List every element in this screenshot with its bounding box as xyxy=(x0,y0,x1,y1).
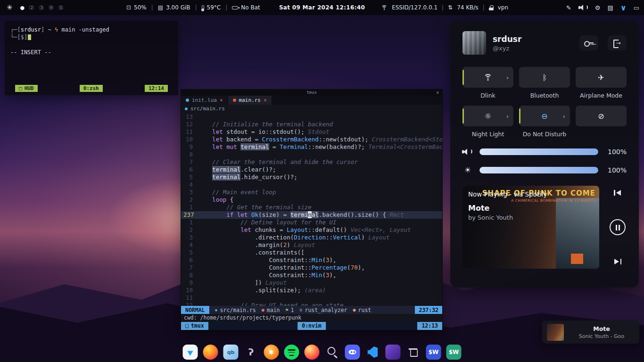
firefox-beta-icon[interactable] xyxy=(305,345,320,360)
code-line: 2 let chunks = Layout::default() Vec<Rec… xyxy=(181,226,442,234)
pause-button[interactable] xyxy=(610,219,626,235)
workspace-indicator[interactable]: ③ xyxy=(39,4,44,11)
search-tool-icon[interactable] xyxy=(325,345,340,360)
brightness-slider[interactable] xyxy=(479,167,598,173)
toggle-airplane-mode-button[interactable]: ✈ xyxy=(576,67,627,88)
code-line: 3 // Main event loop xyxy=(181,189,442,196)
vscode-icon[interactable] xyxy=(365,345,380,360)
profile-actions xyxy=(579,35,627,50)
filetype-icon: ● xyxy=(353,307,356,313)
statusline-branch: ●main xyxy=(262,307,280,313)
sliders: 100%☀100% xyxy=(450,140,639,176)
now-playing-card[interactable]: SHAPE OF PUNK TO COME A CHIMERICAL BOMBI… xyxy=(462,186,599,269)
workspace-indicator[interactable]: ⑨ xyxy=(49,4,54,11)
toggle-do-not-disturb: ⊖›Do Not Disturb xyxy=(519,106,570,138)
code-line: 8 Constraint::Min(3), xyxy=(181,272,442,279)
previous-button[interactable] xyxy=(613,189,622,196)
workspace-indicator[interactable]: ● xyxy=(20,5,25,11)
logout-button[interactable] xyxy=(608,35,627,50)
app-sw-teal-icon[interactable]: $W xyxy=(446,345,462,360)
tab-init.lua[interactable]: init.lua× xyxy=(181,96,228,105)
toggle-do-not-disturb-button[interactable]: ⊖› xyxy=(519,106,570,126)
brightness-row: ☀100% xyxy=(462,165,627,174)
workspace-list: ●②③⑨⑤ xyxy=(20,4,64,11)
editor-window[interactable]: tmux x init.lua×main.rs× src/main.rs 131… xyxy=(181,89,443,330)
window-close-button[interactable]: x xyxy=(437,90,439,96)
code-text: // Main event loop xyxy=(198,189,442,196)
dock-icon-label: $W xyxy=(429,349,439,355)
code-line: 237 if let Ok(size) = terminal.backend()… xyxy=(181,211,442,219)
toggle-label: Bluetooth xyxy=(519,92,570,99)
cpu-icon: ⊡ xyxy=(126,4,131,11)
cpu-value: 50% xyxy=(134,4,147,11)
next-button[interactable] xyxy=(613,258,622,265)
tmux-window-badge[interactable]: 0:nvim xyxy=(297,322,326,330)
toggle-label: Airplane Mode xyxy=(576,92,627,99)
media-controls xyxy=(604,186,631,269)
code-area[interactable]: 1312 // Initialize the terminal backend1… xyxy=(181,113,442,306)
code-line: 9 ]) Layout xyxy=(181,279,442,287)
settings-icon[interactable]: ⚙ xyxy=(595,4,601,11)
toggle-blocked-button[interactable]: ⊘ xyxy=(576,106,627,126)
terminal-prompt-line1: ┌─[srdusr] ~ ϟ main -unstaged xyxy=(10,26,173,34)
memory-value: 3.00 GiB xyxy=(166,4,190,11)
code-text: terminal.clear()?; xyxy=(198,166,442,173)
line-number: 1 xyxy=(181,219,198,226)
brightness-value: 100% xyxy=(605,166,627,174)
chevron-right-icon: › xyxy=(506,113,509,120)
tab-main.rs[interactable]: main.rs× xyxy=(228,96,272,105)
window-titlebar: tmux x xyxy=(181,90,442,96)
firefox-icon[interactable] xyxy=(203,345,218,360)
tray-icon[interactable]: ▭ xyxy=(634,4,639,11)
hud-terminal-window[interactable]: ┌─[srdusr] ~ ϟ main -unstaged └─[$] -- I… xyxy=(5,21,178,95)
profile-id: srdusr @xyz xyxy=(493,34,521,52)
trash-icon[interactable] xyxy=(406,345,421,360)
tmux-session-badge[interactable]: □HUD xyxy=(15,85,38,92)
code-text: Constraint::Min(3), xyxy=(198,256,442,264)
color-picker-icon[interactable]: ✎ xyxy=(566,4,571,11)
session-icon: □ xyxy=(19,85,22,91)
chevron-right-icon: › xyxy=(563,113,565,120)
toggle-dlink-button[interactable]: › xyxy=(462,67,513,88)
toggle-night-light-button[interactable]: ☼› xyxy=(462,106,513,126)
line-number: 8 xyxy=(181,151,198,158)
line-number: 2 xyxy=(181,226,198,234)
statusline-filetype: ●rust xyxy=(353,307,372,313)
dock-icon-label: qb xyxy=(227,349,235,355)
launcher-icon[interactable]: ✳ xyxy=(7,3,13,12)
system-stats: ⊡50%|▤3.00 GiB|59°C|No Bat xyxy=(126,0,260,15)
tmux-session-badge[interactable]: □tmux xyxy=(181,322,208,330)
discord-icon[interactable] xyxy=(345,345,360,360)
tmux-window-badge[interactable]: 0:zsh xyxy=(80,85,103,92)
line-number: 11 xyxy=(181,294,198,302)
line-number: 9 xyxy=(181,279,198,287)
orange-app-icon[interactable]: ✱ xyxy=(264,345,279,360)
clipboard-icon[interactable]: ▤ xyxy=(607,4,613,11)
flag-icon: ⚑ xyxy=(285,307,288,313)
notification-title: Mote xyxy=(593,325,610,332)
code-text: let mut terminal = Terminal::new(backend… xyxy=(198,143,442,151)
breadcrumb: src/main.rs xyxy=(181,105,442,113)
hook-app-icon[interactable]: ʔ xyxy=(244,345,259,360)
keyring-button[interactable] xyxy=(579,35,598,50)
purple-app-icon[interactable] xyxy=(386,345,401,360)
clock: Sat 09 Mar 2024 12:16:40 xyxy=(279,0,365,15)
divider: | xyxy=(195,4,197,11)
qutebrowser-icon[interactable]: qb xyxy=(223,345,239,360)
tab-close-icon[interactable]: × xyxy=(220,97,223,103)
media-notification[interactable]: Mote Sonic Youth - Goo xyxy=(542,321,639,344)
spotify-icon[interactable] xyxy=(284,345,299,360)
tab-close-icon[interactable]: × xyxy=(264,97,267,103)
code-line: 3 .direction(Direction::Vertical) Layout xyxy=(181,234,442,241)
volume-icon[interactable] xyxy=(578,4,588,11)
workspace-indicator[interactable]: ② xyxy=(29,4,34,11)
telegram-icon[interactable] xyxy=(183,345,198,360)
panel-toggle-icon[interactable]: ∨ xyxy=(620,3,627,12)
code-line: 6 terminal.clear()?; xyxy=(181,166,442,173)
toggle-bluetooth-button[interactable]: ᛒ xyxy=(519,67,570,88)
app-sw-blue-icon[interactable]: $W xyxy=(426,345,441,360)
volume-slider[interactable] xyxy=(479,148,598,155)
breadcrumb-path: src/main.rs xyxy=(190,106,225,112)
vi-mode-indicator: -- INSERT -- xyxy=(10,49,173,57)
workspace-indicator[interactable]: ⑤ xyxy=(58,4,64,11)
